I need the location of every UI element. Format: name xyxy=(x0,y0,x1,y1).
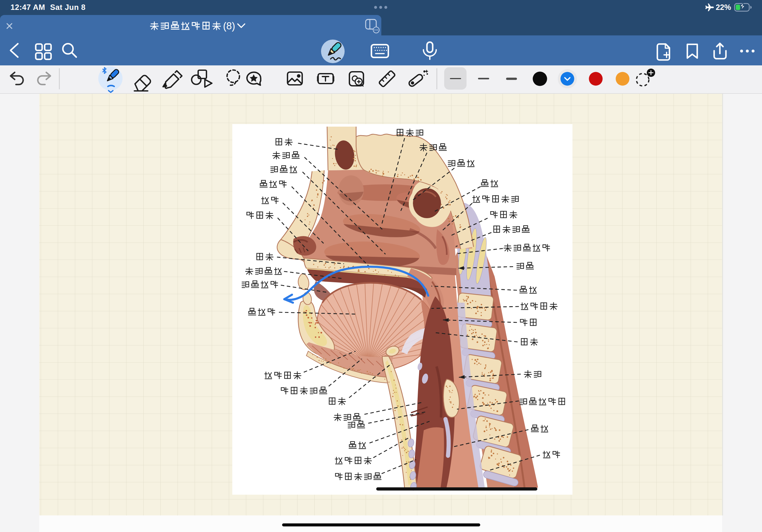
svg-text:Sat Jun 8: Sat Jun 8 xyxy=(50,3,86,12)
svg-text:(8): (8) xyxy=(223,21,235,32)
svg-text:22%: 22% xyxy=(716,3,731,12)
svg-text:12:47 AM: 12:47 AM xyxy=(11,3,45,12)
